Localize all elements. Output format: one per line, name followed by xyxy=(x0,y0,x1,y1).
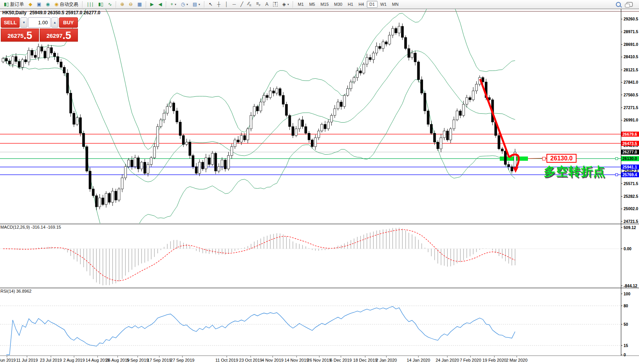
chevron-down-icon: ▾ xyxy=(199,3,200,6)
timeframe-h1[interactable]: H1 xyxy=(345,1,356,8)
crosshair-button[interactable]: ┼ xyxy=(215,1,223,7)
toolbar-buttons: ▮▯新订单◆▣◉◉自动交易∣∣∣▮▯∿⊕⊖▦▶◀+▾◷▾▤▾↖┼│─╱∕∕E≡F… xyxy=(2,0,295,8)
toolbar-separator xyxy=(293,1,293,8)
buy-price[interactable]: 26297 .5 xyxy=(40,29,78,42)
macd-axis: 509.120.00-844.12 xyxy=(621,225,637,288)
svg-text:25282.5: 25282.5 xyxy=(624,194,638,199)
svg-text:509.12: 509.12 xyxy=(624,225,636,230)
fibonacci-icon: ≡F xyxy=(256,1,261,7)
timeframe-m30[interactable]: M30 xyxy=(331,1,345,8)
sell-price-frac: .5 xyxy=(24,30,32,41)
svg-text:23 Oct 2019: 23 Oct 2019 xyxy=(239,358,262,362)
line-chart-icon: ∿ xyxy=(108,2,112,7)
timeframe-m5[interactable]: M5 xyxy=(307,1,318,8)
toolbar-separator xyxy=(146,1,147,8)
timeframe-mn[interactable]: MN xyxy=(389,1,401,8)
cursor-button[interactable]: ↖ xyxy=(206,1,215,7)
zoom-in-button[interactable]: ⊕ xyxy=(118,1,126,7)
svg-text:25002.0: 25002.0 xyxy=(624,206,638,211)
signals-button[interactable]: ◉ xyxy=(44,1,52,7)
svg-text:27841.0: 27841.0 xyxy=(624,80,638,84)
gold-chart-button[interactable]: ◆ xyxy=(26,1,34,7)
trade-prices-row: 26275 .5 26297 .5 xyxy=(1,29,78,42)
zoom-out-button[interactable]: ⊖ xyxy=(126,1,135,7)
annotation-handle[interactable] xyxy=(542,157,546,160)
candlestick-icon: ▮▯ xyxy=(98,2,103,7)
chevron-down-icon: ▾ xyxy=(175,3,176,6)
svg-text:11 Oct 2019: 11 Oct 2019 xyxy=(215,358,238,362)
channel-icon: ∕∕E xyxy=(248,1,251,7)
timeframe-h4[interactable]: H4 xyxy=(356,1,367,8)
svg-text:Jun 2019: Jun 2019 xyxy=(0,358,16,362)
auto-scroll-button[interactable]: ▶ xyxy=(148,1,156,7)
chevron-down-icon: ▾ xyxy=(187,3,188,6)
clock-icon: ◷ xyxy=(181,2,185,7)
svg-text:26991.0: 26991.0 xyxy=(624,118,638,122)
turning-point-text[interactable]: 多空转折点 xyxy=(544,163,605,180)
indicators-button[interactable]: +▾ xyxy=(168,1,179,7)
tile-windows-button[interactable]: ▦ xyxy=(135,1,144,7)
text-label-icon: T xyxy=(273,2,278,7)
chat-icon[interactable] xyxy=(626,2,633,7)
sell-button[interactable]: SELL xyxy=(1,17,20,28)
chevron-down-icon: ▾ xyxy=(287,3,289,6)
depth-of-market-button[interactable]: ▣ xyxy=(34,1,43,7)
ohlc-bars-button[interactable]: ∣∣∣ xyxy=(84,1,96,7)
sell-price-main: 26275 xyxy=(7,32,24,39)
toolbar-separator xyxy=(204,1,205,8)
volume-down-button[interactable]: ▼ xyxy=(20,17,27,28)
buy-button[interactable]: BUY xyxy=(59,17,78,28)
svg-text:27271.5: 27271.5 xyxy=(624,105,638,110)
svg-text:50: 50 xyxy=(624,322,628,327)
templates-button[interactable]: ▤▾ xyxy=(191,1,202,7)
channel-button[interactable]: ∕∕E xyxy=(246,0,254,8)
svg-text:25769.4: 25769.4 xyxy=(622,172,637,177)
vertical-line-button[interactable]: │ xyxy=(223,1,230,7)
one-click-trading-panel: SELL ▼ ▲ BUY 26275 .5 26297 .5 xyxy=(1,17,78,42)
fibonacci-button[interactable]: ≡F xyxy=(254,0,263,8)
shapes-icon: ◈ xyxy=(282,2,286,7)
horizontal-line-button[interactable]: ─ xyxy=(230,1,238,7)
search-icon[interactable] xyxy=(616,2,621,7)
new-order-button[interactable]: ▮▯新订单 xyxy=(2,0,26,8)
svg-text:7 Feb 2020: 7 Feb 2020 xyxy=(460,358,481,362)
timeframe-m15[interactable]: M15 xyxy=(318,1,331,8)
cursor-icon: ↖ xyxy=(209,2,212,7)
trendline-icon: ╱ xyxy=(240,2,243,7)
auto-trading-button-label: 自动交易 xyxy=(60,1,78,8)
volume-input[interactable] xyxy=(28,17,51,28)
toolbar-right xyxy=(616,2,639,7)
new-order-button-label: 新订单 xyxy=(10,1,24,8)
svg-text:0: 0 xyxy=(624,352,626,357)
timeframe-w1[interactable]: W1 xyxy=(378,1,389,8)
timeframe-buttons: M1M5M15M30H1H4D1W1MN xyxy=(295,0,401,8)
svg-text:11 Jul 2019: 11 Jul 2019 xyxy=(16,358,38,362)
chart-title: HK50,Daily25949.0 26350.5 25917.0 26277.… xyxy=(2,10,100,15)
text-button[interactable]: A xyxy=(263,1,271,7)
chart-canvas[interactable]: 29260.528971.528691.028410.528121.527841… xyxy=(0,0,639,364)
toolbar: ▮▯新订单◆▣◉◉自动交易∣∣∣▮▯∿⊕⊖▦▶◀+▾◷▾▤▾↖┼│─╱∕∕E≡F… xyxy=(0,0,639,9)
ohlc-quote-label: 25949.0 26350.5 25917.0 26277.0 xyxy=(30,10,101,15)
sell-price[interactable]: 26275 .5 xyxy=(1,29,39,42)
add-indicator-icon: + xyxy=(170,2,173,7)
svg-text:2 Aug 2019: 2 Aug 2019 xyxy=(63,358,85,362)
horizontal-price-lines[interactable] xyxy=(0,134,621,175)
tile-windows-icon: ▦ xyxy=(137,2,142,7)
timeframe-m1[interactable]: M1 xyxy=(295,1,306,8)
auto-trading-button[interactable]: ◉自动交易 xyxy=(52,0,80,8)
timeframe-d1[interactable]: D1 xyxy=(367,1,378,8)
periods-button[interactable]: ◷▾ xyxy=(179,1,191,7)
svg-text:26130.0: 26130.0 xyxy=(622,156,637,161)
label-button[interactable]: T xyxy=(271,1,280,7)
shapes-button[interactable]: ◈▾ xyxy=(280,1,291,7)
macd-signal-line xyxy=(3,229,515,281)
volume-up-button[interactable]: ▲ xyxy=(51,17,58,28)
svg-text:26 Aug 2019: 26 Aug 2019 xyxy=(106,358,130,362)
svg-text:17 Sep 2019: 17 Sep 2019 xyxy=(147,358,171,362)
svg-text:2 Jan 2020: 2 Jan 2020 xyxy=(376,358,397,362)
line-chart-button[interactable]: ∿ xyxy=(106,1,114,7)
price-annotation-box[interactable]: 26130.0 xyxy=(546,154,577,163)
trendline-button[interactable]: ╱ xyxy=(238,1,245,7)
candlestick-chart-button[interactable]: ▮▯ xyxy=(96,1,106,7)
chart-shift-button[interactable]: ◀ xyxy=(156,1,164,7)
